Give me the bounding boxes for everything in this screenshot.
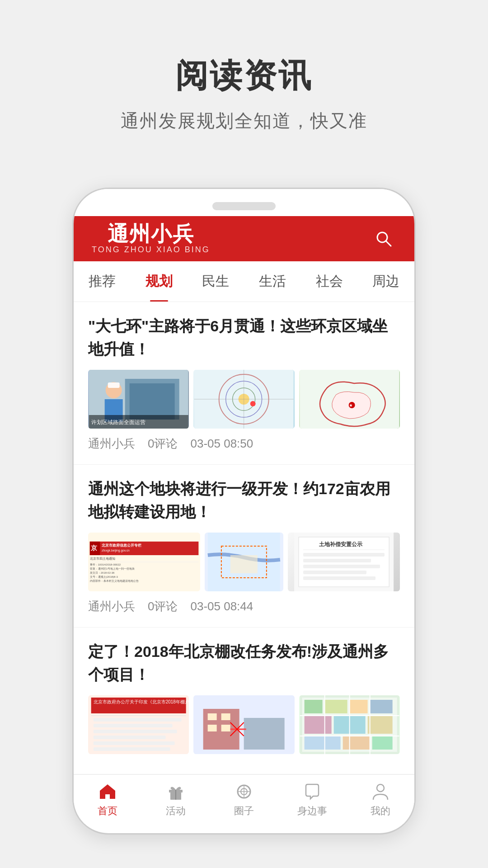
- svg-rect-44: [303, 571, 366, 574]
- svg-text:京: 京: [91, 544, 98, 552]
- news-meta-1: 通州小兵 0评论 03-05 08:50: [88, 436, 400, 452]
- svg-rect-60: [221, 713, 230, 720]
- search-icon: [375, 230, 393, 248]
- svg-rect-76: [372, 736, 392, 750]
- construction-svg: 许划区域路面全面运营: [88, 370, 189, 429]
- phone-body: 通州小兵 TONG ZHOU XIAO BING 推荐 规划 民生 生活 社会 …: [72, 188, 416, 835]
- phone-notch: [74, 189, 414, 216]
- news-img-1a: 许划区域路面全面运营: [88, 370, 189, 429]
- svg-rect-36: [230, 555, 258, 573]
- news-item-3[interactable]: 定了！2018年北京棚改任务发布!涉及通州多个项目！ 北京市政府办公厅关于印发《…: [74, 627, 414, 774]
- search-button[interactable]: [371, 226, 396, 251]
- svg-rect-41: [303, 553, 385, 557]
- news-author-1: 通州小兵: [88, 436, 135, 452]
- news-img-2a: 北京市政府信息公开专栏 zfxxgk.beijing.gov.cn 京 北京市四…: [88, 533, 200, 591]
- news-images-1: 许划区域路面全面运营: [88, 370, 400, 429]
- svg-rect-62: [221, 725, 230, 731]
- news-time-1: 03-05 08:50: [190, 437, 253, 451]
- phone-mockup: 通州小兵 TONG ZHOU XIAO BING 推荐 规划 民生 生活 社会 …: [72, 188, 416, 835]
- news-item-2[interactable]: 通州这个地块将进行一级开发！约172亩农用地拟转建设用地！ 北京市政府信息公开专…: [74, 465, 414, 627]
- svg-rect-42: [303, 559, 371, 562]
- logo-chinese: 通州小兵: [108, 223, 194, 244]
- svg-text:答复：通州区1号地上地一到一些地块: 答复：通州区1号地上地一到一些地块: [90, 567, 135, 570]
- svg-rect-71: [304, 716, 331, 734]
- person-svg: [371, 782, 390, 802]
- svg-point-17: [250, 401, 256, 406]
- svg-rect-50: [94, 718, 182, 722]
- doc-svg-1: 北京市政府信息公开专栏 zfxxgk.beijing.gov.cn 京 北京市四…: [88, 533, 200, 591]
- svg-rect-43: [303, 565, 380, 568]
- news-item-1[interactable]: "大七环"主路将于6月贯通！这些环京区域坐地升值！: [74, 302, 414, 465]
- bottom-nav-activity[interactable]: 活动: [142, 782, 210, 818]
- svg-rect-69: [349, 700, 367, 713]
- circle-label: 圈子: [234, 804, 254, 818]
- svg-rect-70: [370, 700, 392, 713]
- news-images-2: 北京市政府信息公开专栏 zfxxgk.beijing.gov.cn 京 北京市四…: [88, 533, 400, 591]
- svg-rect-61: [208, 725, 217, 731]
- news-img-1c: ★: [299, 370, 400, 429]
- circle-svg: [234, 782, 254, 802]
- svg-rect-74: [304, 736, 340, 750]
- svg-rect-73: [367, 716, 392, 734]
- tab-plan[interactable]: 规划: [131, 261, 188, 302]
- app-header: 通州小兵 TONG ZHOU XIAO BING: [74, 216, 414, 261]
- hutong-svg-3: [299, 695, 400, 754]
- app-logo: 通州小兵 TONG ZHOU XIAO BING: [92, 223, 210, 255]
- home-icon: [98, 782, 117, 802]
- news-comments-1: 0评论: [148, 436, 178, 452]
- svg-text:发文日：2018-02-36: 发文日：2018-02-36: [90, 571, 115, 574]
- svg-rect-75: [343, 736, 370, 750]
- svg-rect-53: [94, 736, 166, 739]
- news-title-2: 通州这个地块将进行一级开发！约172亩农用地拟转建设用地！: [88, 477, 400, 524]
- tab-society[interactable]: 社会: [301, 261, 358, 302]
- tab-recommend[interactable]: 推荐: [74, 261, 131, 302]
- svg-rect-55: [94, 747, 170, 751]
- news-list: "大七环"主路将于6月贯通！这些环京区域坐地升值！: [74, 302, 414, 774]
- person-icon: [371, 782, 390, 802]
- svg-rect-4: [130, 383, 175, 420]
- chat-svg: [302, 782, 322, 802]
- news-title-3: 定了！2018年北京棚改任务发布!涉及通州多个项目！: [88, 640, 400, 686]
- bottom-nav-home[interactable]: 首页: [74, 782, 142, 818]
- tab-livelihood[interactable]: 民生: [187, 261, 244, 302]
- bottom-nav: 首页 活动: [74, 774, 414, 824]
- svg-text:北京市政府信息公开专栏: 北京市政府信息公开专栏: [101, 543, 142, 547]
- svg-line-1: [386, 241, 391, 246]
- tab-nearby[interactable]: 周边: [357, 261, 414, 302]
- news-author-2: 通州小兵: [88, 599, 135, 614]
- news-comments-2: 0评论: [148, 599, 178, 614]
- news-img-2c: 土地补偿安置公示: [288, 533, 400, 591]
- svg-rect-59: [208, 713, 217, 720]
- gift-icon: [166, 782, 186, 802]
- hutong-svg-1: 北京市政府办公厅关于印发《北京市2018年棚户区改造和环境整治任务》: [88, 695, 189, 754]
- bottom-nav-nearby[interactable]: 身边事: [278, 782, 346, 818]
- home-label: 首页: [98, 804, 117, 818]
- svg-text:zfxxgk.beijing.gov.cn: zfxxgk.beijing.gov.cn: [102, 549, 130, 552]
- page-title: 阅读资讯: [175, 54, 313, 98]
- news-img-3c: [299, 695, 400, 754]
- profile-label: 我的: [371, 804, 390, 818]
- map-svg-2: ★: [299, 370, 400, 429]
- svg-text:★: ★: [348, 403, 352, 408]
- news-img-1b: [193, 370, 294, 429]
- tab-life[interactable]: 生活: [244, 261, 301, 302]
- svg-rect-51: [94, 724, 173, 727]
- news-img-3b: [193, 695, 294, 754]
- svg-rect-68: [324, 700, 347, 713]
- news-meta-2: 通州小兵 0评论 03-05 08:44: [88, 599, 400, 614]
- news-time-2: 03-05 08:44: [190, 599, 253, 613]
- chat-icon: [302, 782, 322, 802]
- logo-pinyin: TONG ZHOU XIAO BING: [92, 245, 210, 255]
- gift-svg: [166, 782, 186, 802]
- svg-text:北京市政府办公厅关于印发《北京市2018年棚户区改造和环境整: 北京市政府办公厅关于印发《北京市2018年棚户区改造和环境整治任务》: [94, 699, 189, 704]
- bottom-nav-circle[interactable]: 圈子: [210, 782, 278, 818]
- svg-rect-52: [94, 730, 177, 733]
- bottom-nav-profile[interactable]: 我的: [346, 782, 414, 818]
- svg-text:文号：通规土(2018)8-3: 文号：通规土(2018)8-3: [90, 575, 118, 578]
- circle-icon: [234, 782, 254, 802]
- svg-rect-58: [244, 718, 285, 750]
- map-svg-1: [193, 370, 294, 429]
- phone-speaker: [212, 202, 276, 210]
- svg-text:事件：10014/2018-00022: 事件：10014/2018-00022: [90, 563, 121, 566]
- svg-point-89: [377, 784, 384, 792]
